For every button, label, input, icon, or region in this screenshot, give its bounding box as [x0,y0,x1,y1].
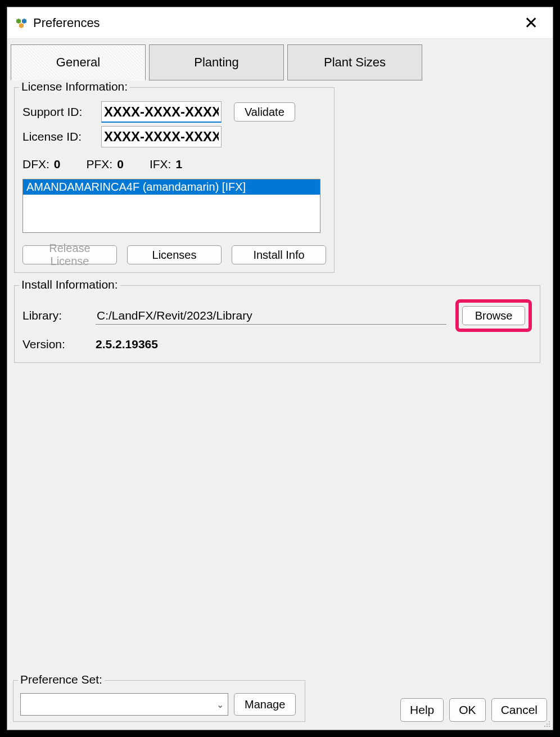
svg-point-5 [549,723,550,725]
version-label: Version: [22,338,96,351]
license-id-input[interactable] [101,126,222,147]
licenses-button[interactable]: Licenses [127,245,222,264]
browse-button[interactable]: Browse [462,306,525,325]
svg-point-4 [547,723,548,725]
release-license-button: Release License [22,245,117,264]
support-id-input[interactable] [101,101,222,123]
svg-point-3 [549,721,550,722]
pfx-value: 0 [117,158,124,170]
install-info-group: Install Information: Library: Browse Ver… [14,285,540,363]
pfx-label: PFX: [87,158,113,170]
ifx-label: IFX: [150,158,171,170]
license-info-group: License Information: Support ID: Validat… [14,87,335,273]
license-usage-list[interactable]: AMANDAMARINCA4F (amandamarin) [IFX] [22,179,320,233]
ifx-value: 1 [175,158,182,170]
app-icon [15,17,29,30]
dfx-label: DFX: [22,158,49,170]
license-id-label: License ID: [22,130,101,143]
license-legend: License Information: [19,80,130,93]
svg-marker-2 [19,23,24,28]
install-info-button[interactable]: Install Info [232,245,326,264]
titlebar: Preferences ✕ [7,7,553,39]
svg-marker-1 [22,19,26,24]
library-label: Library: [22,309,96,322]
preference-set-combo[interactable] [20,693,228,716]
preference-set-group: Preference Set: ⌄ Manage [13,680,305,722]
manage-button[interactable]: Manage [234,693,296,716]
install-legend: Install Information: [19,278,120,291]
validate-button[interactable]: Validate [234,102,295,122]
tab-plant-sizes[interactable]: Plant Sizes [287,44,422,80]
list-item[interactable]: AMANDAMARINCA4F (amandamarin) [IFX] [23,179,320,195]
svg-point-6 [544,726,545,727]
support-id-label: Support ID: [22,105,101,119]
version-value: 2.5.2.19365 [96,338,158,351]
svg-marker-0 [16,19,21,24]
preference-set-legend: Preference Set: [18,673,105,686]
help-button[interactable]: Help [400,698,444,722]
tab-strip: General Planting Plant Sizes [11,44,553,80]
bottom-bar: Preference Set: ⌄ Manage Help OK Cancel [13,680,547,722]
library-path-input[interactable] [96,307,446,325]
tab-content: License Information: Support ID: Validat… [7,80,553,363]
tab-general[interactable]: General [11,44,146,80]
svg-point-8 [549,726,550,727]
cancel-button[interactable]: Cancel [491,698,547,722]
browse-highlight: Browse [455,299,532,332]
ok-button[interactable]: OK [449,698,485,722]
svg-point-7 [547,726,548,727]
close-icon[interactable]: ✕ [517,11,545,35]
dfx-value: 0 [54,158,61,170]
window-title: Preferences [33,16,100,30]
preferences-window: Preferences ✕ General Planting Plant Siz… [7,7,553,730]
tab-planting[interactable]: Planting [149,44,284,80]
resize-grip-icon[interactable] [543,720,552,729]
